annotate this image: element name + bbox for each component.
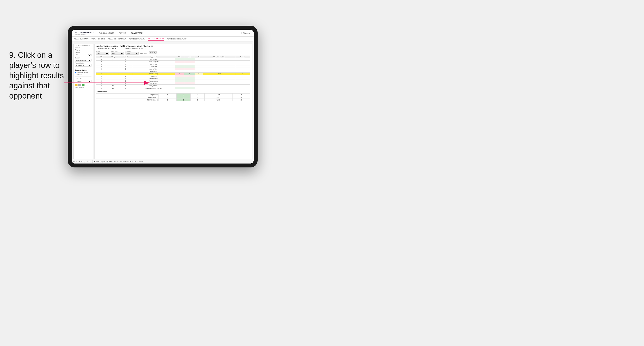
redo-icon-1[interactable]: ↻ [76, 161, 77, 163]
table-row[interactable]: 331Esther Lee [96, 58, 250, 61]
annotation-text: 9. Click on a player's row to highlight … [9, 50, 66, 101]
paste-icon[interactable]: 📋 [84, 161, 86, 163]
legend-level: Level [79, 87, 82, 88]
table-cell [235, 70, 250, 73]
player-rank-select[interactable]: 8. Katelyn Vo [75, 64, 92, 67]
save-icon: 💾 [106, 161, 108, 163]
share-btn[interactable]: ⤴ Share [137, 161, 143, 162]
copy-icon[interactable]: ⧉ [81, 161, 82, 163]
table-cell [195, 58, 203, 61]
gender-select[interactable]: Women's [75, 54, 92, 56]
table-row[interactable]: 522Alexis Sudjianto [96, 61, 250, 63]
table-cell: Euna Lee [132, 82, 175, 85]
sign-out-link[interactable]: Sign out [243, 32, 250, 34]
separator-icon: ··· [87, 161, 88, 162]
nav-tournaments[interactable]: TOURNAMENTS [99, 32, 114, 34]
table-cell: 1 [107, 73, 119, 75]
table-cell: 5 [96, 61, 107, 63]
subnav-player-summary[interactable]: PLAYER SUMMARY [129, 38, 145, 40]
table-row[interactable]: 1063Andrea York [96, 68, 250, 70]
table-cell [195, 65, 203, 68]
table-cell [184, 68, 195, 70]
table-cell [195, 63, 203, 65]
undo-icon[interactable]: ↩ [73, 161, 75, 163]
ood-table-row[interactable]: NCAA Division 25007.40010 [96, 99, 250, 101]
nav-teams[interactable]: TEAMS [119, 32, 126, 34]
table-row[interactable]: 1822Euna Lee [96, 82, 250, 85]
table-cell [235, 61, 250, 63]
col-loss: Loss [184, 56, 195, 58]
table-cell [203, 70, 235, 73]
ood-table-row[interactable]: NAIA Division 115009.26730 [96, 96, 250, 99]
table-row[interactable]: 1474Eunice Yi [96, 75, 250, 77]
table-cell: Emily Chang [132, 85, 175, 87]
radio-top-100[interactable]: Top 100 [75, 74, 92, 75]
table-cell: Sharon Mun [132, 65, 175, 68]
table-cell: Federica Domecq Lacroze [132, 87, 175, 89]
opponents-label: Opponents: [140, 52, 148, 54]
grid-header-row: # Div # Reg # Conf Opponent Win Loss Tie… [96, 56, 250, 58]
table-cell [175, 61, 184, 63]
subnav-team-h2h-grid[interactable]: TEAM H2H GRID [92, 38, 105, 40]
table-cell: Alexis Sudjianto [132, 61, 175, 63]
colour-legends: Down Level Up [75, 87, 92, 88]
table-row[interactable]: 1585Stella Cheng [96, 77, 250, 80]
conference-filter-select[interactable]: (All) [111, 52, 124, 55]
down-colour-box [75, 84, 78, 86]
redo-icon-2[interactable]: ↷ [78, 161, 80, 163]
logo-area: SCOREBOARD Powered by clippd [75, 31, 94, 35]
ood-table-cell: 7.400 [204, 99, 232, 101]
nav-committee[interactable]: COMMITTEE [130, 32, 143, 34]
col-reg: # Reg [107, 56, 119, 58]
col-diff: Diff Av Strokes/Rnd [203, 56, 235, 58]
grid-title: Katelyn Vo Head-to-Head Grid for Women's… [96, 45, 250, 47]
view-original-btn[interactable]: 👁 View: Original [94, 161, 105, 162]
radio-opponents-played[interactable]: Opponents Played [75, 72, 92, 73]
up-colour-box [82, 84, 84, 86]
subnav-team-h2h-heatmap[interactable]: TEAM H2H HEATMAP [108, 38, 126, 40]
colour-by-select[interactable]: Win/loss [75, 80, 92, 82]
table-cell: 7 [119, 87, 132, 89]
table-cell: 11 [96, 70, 107, 73]
table-cell: Jessica Mason [132, 80, 175, 82]
subnav-team-summary[interactable]: TEAM SUMMARY [74, 38, 88, 40]
table-row[interactable]: 20117Federica Domecq Lacroze [96, 87, 250, 89]
opponent-filter-select[interactable]: (All) [126, 52, 138, 55]
table-cell: 2 [107, 61, 119, 63]
navbar: SCOREBOARD Powered by clippd TOURNAMENTS… [72, 30, 254, 37]
subnav: TEAM SUMMARY TEAM H2H GRID TEAM H2H HEAT… [72, 37, 254, 42]
table-cell [175, 82, 184, 85]
ood-table-cell: NCAA Division 2 [96, 99, 159, 101]
table-cell [203, 87, 235, 89]
col-div: # Div [96, 56, 107, 58]
table-row[interactable]: 19106Emily Chang [96, 85, 250, 87]
eye-icon: 👁 [94, 161, 96, 162]
table-row[interactable]: 914Sharon Mun [96, 65, 250, 68]
opponents-filter-select[interactable]: (All) [149, 51, 158, 54]
subnav-player-h2h-grid[interactable]: PLAYER H2H GRID [148, 38, 164, 40]
opponent-view-title: Opponent view [75, 69, 92, 71]
division-select[interactable]: NCAA Division III [75, 59, 92, 61]
watch-btn[interactable]: 👁 Watch ▾ [123, 161, 131, 163]
grid-icon[interactable]: ⊞ [135, 161, 136, 163]
table-cell [235, 75, 250, 77]
table-row[interactable]: 1691Jessica Mason [96, 80, 250, 82]
table-cell: 14 [96, 75, 107, 77]
table-cell [175, 68, 184, 70]
ood-table-row[interactable]: Foreign Team1004.5002 [96, 94, 250, 96]
table-row[interactable]: 613Sydney Kuo [96, 63, 250, 65]
out-of-division-title: Out of division [96, 91, 250, 93]
resize-icon[interactable]: ⤢ [132, 161, 134, 163]
table-cell: Eunice Yi [132, 75, 175, 77]
table-row[interactable]: 131Jessica Huang010-3.002 [96, 73, 250, 75]
save-custom-btn[interactable]: 💾 Save Custom View [106, 161, 122, 163]
region-filter-select[interactable]: (All) [96, 52, 109, 55]
table-cell: 4 [119, 75, 132, 77]
table-row[interactable]: 11Heeju Hyun [96, 70, 250, 73]
clock-icon[interactable]: ⏱ [90, 161, 91, 162]
table-cell: 3 [96, 58, 107, 61]
table-cell [184, 87, 195, 89]
subnav-player-h2h-heatmap[interactable]: PLAYER H2H HEATMAP [167, 38, 187, 40]
division-label: Division [75, 57, 92, 59]
tablet-screen: SCOREBOARD Powered by clippd TOURNAMENTS… [72, 30, 254, 164]
